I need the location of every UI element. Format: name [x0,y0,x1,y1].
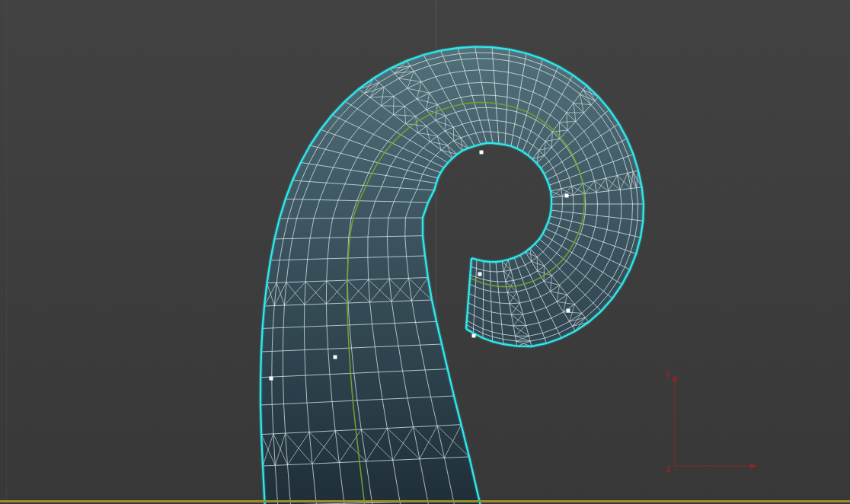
vertex-handle[interactable] [567,309,570,313]
vertex-handle[interactable] [478,273,482,276]
viewport-canvas[interactable]: Y Z [0,0,850,504]
axis-y-label: Y [664,370,670,379]
axis-z-arrow [750,463,757,469]
vertex-handle[interactable] [472,334,476,338]
axis-y-arrow [672,375,678,381]
vertex-handle[interactable] [480,151,484,155]
axis-tripod: Y Z [664,370,757,474]
active-viewport-border [0,500,850,502]
vertex-handle[interactable] [270,377,273,381]
axis-z-label: Z [666,464,671,474]
viewport[interactable]: Y Z [0,0,850,504]
vertex-handle[interactable] [334,356,337,359]
vertex-handle[interactable] [565,194,569,198]
mesh-object[interactable] [260,46,644,504]
